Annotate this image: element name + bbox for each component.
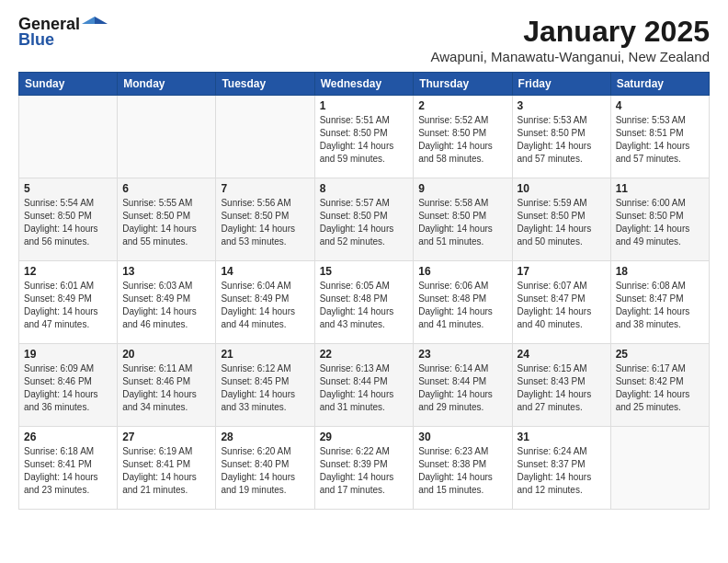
day-number: 20 <box>122 348 210 361</box>
location-title: Awapuni, Manawatu-Wanganui, New Zealand <box>430 49 710 64</box>
calendar-cell: 11Sunrise: 6:00 AM Sunset: 8:50 PM Dayli… <box>610 178 709 261</box>
day-number: 27 <box>122 431 210 443</box>
calendar-cell: 12Sunrise: 6:01 AM Sunset: 8:49 PM Dayli… <box>19 261 118 344</box>
calendar-cell <box>216 96 314 178</box>
day-info: Sunrise: 5:56 AM Sunset: 8:50 PM Dayligh… <box>221 197 309 248</box>
day-info: Sunrise: 5:55 AM Sunset: 8:50 PM Dayligh… <box>122 197 210 248</box>
day-info: Sunrise: 5:51 AM Sunset: 8:50 PM Dayligh… <box>320 114 409 166</box>
calendar-cell: 3Sunrise: 5:53 AM Sunset: 8:50 PM Daylig… <box>512 96 610 178</box>
calendar-cell: 31Sunrise: 6:24 AM Sunset: 8:37 PM Dayli… <box>512 427 610 510</box>
day-info: Sunrise: 5:54 AM Sunset: 8:50 PM Dayligh… <box>24 197 112 248</box>
day-number: 25 <box>616 348 704 361</box>
calendar-cell: 21Sunrise: 6:12 AM Sunset: 8:45 PM Dayli… <box>216 344 314 427</box>
title-block: January 2025 Awapuni, Manawatu-Wanganui,… <box>430 15 710 64</box>
calendar-header-row: SundayMondayTuesdayWednesdayThursdayFrid… <box>19 73 710 96</box>
calendar-cell: 7Sunrise: 5:56 AM Sunset: 8:50 PM Daylig… <box>216 178 314 261</box>
day-info: Sunrise: 6:12 AM Sunset: 8:45 PM Dayligh… <box>221 362 309 414</box>
day-info: Sunrise: 6:04 AM Sunset: 8:49 PM Dayligh… <box>221 280 309 331</box>
weekday-header-monday: Monday <box>118 73 216 96</box>
day-number: 30 <box>418 431 506 443</box>
day-number: 29 <box>320 431 409 443</box>
calendar-cell: 22Sunrise: 6:13 AM Sunset: 8:44 PM Dayli… <box>314 344 414 427</box>
day-info: Sunrise: 5:59 AM Sunset: 8:50 PM Dayligh… <box>518 197 606 248</box>
day-number: 2 <box>418 99 506 112</box>
day-number: 9 <box>418 182 506 195</box>
weekday-header-thursday: Thursday <box>414 73 512 96</box>
calendar-cell: 30Sunrise: 6:23 AM Sunset: 8:38 PM Dayli… <box>414 427 512 510</box>
day-info: Sunrise: 5:58 AM Sunset: 8:50 PM Dayligh… <box>418 197 506 248</box>
logo: General Blue <box>18 15 108 50</box>
day-info: Sunrise: 6:05 AM Sunset: 8:48 PM Dayligh… <box>320 280 409 331</box>
day-number: 24 <box>518 348 606 361</box>
day-number: 19 <box>24 348 112 361</box>
calendar-table: SundayMondayTuesdayWednesdayThursdayFrid… <box>18 72 710 510</box>
svg-marker-0 <box>95 17 108 24</box>
day-number: 4 <box>616 99 704 112</box>
calendar-week-row: 5Sunrise: 5:54 AM Sunset: 8:50 PM Daylig… <box>19 178 710 261</box>
svg-marker-1 <box>82 17 95 24</box>
calendar-week-row: 1Sunrise: 5:51 AM Sunset: 8:50 PM Daylig… <box>19 96 710 178</box>
day-info: Sunrise: 6:19 AM Sunset: 8:41 PM Dayligh… <box>122 445 210 497</box>
day-info: Sunrise: 6:07 AM Sunset: 8:47 PM Dayligh… <box>518 280 606 331</box>
calendar-cell: 16Sunrise: 6:06 AM Sunset: 8:48 PM Dayli… <box>414 261 512 344</box>
day-number: 28 <box>221 431 309 443</box>
calendar-cell: 13Sunrise: 6:03 AM Sunset: 8:49 PM Dayli… <box>118 261 216 344</box>
day-info: Sunrise: 6:22 AM Sunset: 8:39 PM Dayligh… <box>320 445 409 497</box>
day-info: Sunrise: 6:01 AM Sunset: 8:49 PM Dayligh… <box>24 280 112 331</box>
day-number: 16 <box>418 265 506 278</box>
day-number: 23 <box>418 348 506 361</box>
calendar-cell: 4Sunrise: 5:53 AM Sunset: 8:51 PM Daylig… <box>610 96 709 178</box>
day-number: 1 <box>320 99 409 112</box>
day-number: 31 <box>518 431 606 443</box>
calendar-cell <box>118 96 216 178</box>
calendar-cell: 8Sunrise: 5:57 AM Sunset: 8:50 PM Daylig… <box>314 178 414 261</box>
day-info: Sunrise: 6:15 AM Sunset: 8:43 PM Dayligh… <box>518 362 606 414</box>
day-info: Sunrise: 6:23 AM Sunset: 8:38 PM Dayligh… <box>418 445 506 497</box>
day-info: Sunrise: 5:52 AM Sunset: 8:50 PM Dayligh… <box>418 114 506 166</box>
day-info: Sunrise: 6:14 AM Sunset: 8:44 PM Dayligh… <box>418 362 506 414</box>
day-number: 15 <box>320 265 409 278</box>
calendar-cell: 17Sunrise: 6:07 AM Sunset: 8:47 PM Dayli… <box>512 261 610 344</box>
day-number: 22 <box>320 348 409 361</box>
day-number: 14 <box>221 265 309 278</box>
calendar-week-row: 12Sunrise: 6:01 AM Sunset: 8:49 PM Dayli… <box>19 261 710 344</box>
calendar-week-row: 19Sunrise: 6:09 AM Sunset: 8:46 PM Dayli… <box>19 344 710 427</box>
calendar-cell: 6Sunrise: 5:55 AM Sunset: 8:50 PM Daylig… <box>118 178 216 261</box>
day-info: Sunrise: 6:18 AM Sunset: 8:41 PM Dayligh… <box>24 445 112 497</box>
day-info: Sunrise: 6:09 AM Sunset: 8:46 PM Dayligh… <box>24 362 112 414</box>
day-number: 6 <box>122 182 210 195</box>
logo-blue-text: Blue <box>18 30 54 50</box>
calendar-cell: 5Sunrise: 5:54 AM Sunset: 8:50 PM Daylig… <box>19 178 118 261</box>
calendar-cell: 14Sunrise: 6:04 AM Sunset: 8:49 PM Dayli… <box>216 261 314 344</box>
weekday-header-tuesday: Tuesday <box>216 73 314 96</box>
calendar-cell: 27Sunrise: 6:19 AM Sunset: 8:41 PM Dayli… <box>118 427 216 510</box>
calendar-cell: 25Sunrise: 6:17 AM Sunset: 8:42 PM Dayli… <box>610 344 709 427</box>
day-number: 21 <box>221 348 309 361</box>
calendar-cell: 29Sunrise: 6:22 AM Sunset: 8:39 PM Dayli… <box>314 427 414 510</box>
calendar-week-row: 26Sunrise: 6:18 AM Sunset: 8:41 PM Dayli… <box>19 427 710 510</box>
weekday-header-sunday: Sunday <box>19 73 118 96</box>
day-number: 13 <box>122 265 210 278</box>
month-title: January 2025 <box>430 15 710 49</box>
calendar-cell: 9Sunrise: 5:58 AM Sunset: 8:50 PM Daylig… <box>414 178 512 261</box>
day-number: 12 <box>24 265 112 278</box>
day-info: Sunrise: 6:20 AM Sunset: 8:40 PM Dayligh… <box>221 445 309 497</box>
calendar-cell: 24Sunrise: 6:15 AM Sunset: 8:43 PM Dayli… <box>512 344 610 427</box>
day-number: 11 <box>616 182 704 195</box>
calendar-cell: 10Sunrise: 5:59 AM Sunset: 8:50 PM Dayli… <box>512 178 610 261</box>
day-info: Sunrise: 6:00 AM Sunset: 8:50 PM Dayligh… <box>616 197 704 248</box>
day-info: Sunrise: 6:24 AM Sunset: 8:37 PM Dayligh… <box>518 445 606 497</box>
calendar-cell: 1Sunrise: 5:51 AM Sunset: 8:50 PM Daylig… <box>314 96 414 178</box>
day-number: 17 <box>518 265 606 278</box>
day-info: Sunrise: 6:17 AM Sunset: 8:42 PM Dayligh… <box>616 362 704 414</box>
day-number: 5 <box>24 182 112 195</box>
calendar-cell: 15Sunrise: 6:05 AM Sunset: 8:48 PM Dayli… <box>314 261 414 344</box>
day-info: Sunrise: 5:57 AM Sunset: 8:50 PM Dayligh… <box>320 197 409 248</box>
day-info: Sunrise: 6:03 AM Sunset: 8:49 PM Dayligh… <box>122 280 210 331</box>
calendar-cell: 26Sunrise: 6:18 AM Sunset: 8:41 PM Dayli… <box>19 427 118 510</box>
day-info: Sunrise: 6:06 AM Sunset: 8:48 PM Dayligh… <box>418 280 506 331</box>
calendar-cell <box>610 427 709 510</box>
calendar-cell: 20Sunrise: 6:11 AM Sunset: 8:46 PM Dayli… <box>118 344 216 427</box>
page-header: General Blue January 2025 Awapuni, Manaw… <box>18 15 710 64</box>
day-info: Sunrise: 6:08 AM Sunset: 8:47 PM Dayligh… <box>616 280 704 331</box>
